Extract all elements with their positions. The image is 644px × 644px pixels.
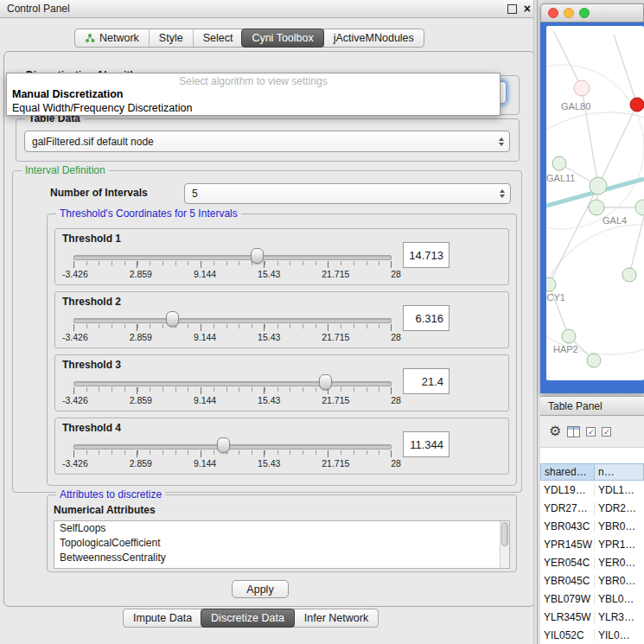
attribute-list-item[interactable]: SelfLoops [54,521,509,536]
table-cell[interactable]: YDR2… [595,502,644,514]
slider-track[interactable] [73,444,392,450]
table-data-combo-value: galFiltered.sif default node [32,136,154,148]
slider-track[interactable] [73,381,392,386]
threshold-slider[interactable] [73,246,392,269]
table-cell[interactable]: YBL079W [540,593,595,605]
table-cell[interactable]: YDL19… [540,484,595,496]
network-view-window: GAL80 GAL11 GAL4 GCY1 HAP2 [540,3,644,393]
slider-thumb[interactable] [319,374,332,390]
graph-node[interactable] [552,156,566,170]
apply-button[interactable]: Apply [232,580,289,598]
tab-network[interactable]: Network [75,29,149,47]
table-row[interactable]: YBR045C YBR0… [540,571,644,590]
zoom-traffic-light-icon[interactable] [579,8,590,18]
dropdown-item-manual-discretization[interactable]: Manual Discretization [7,87,500,101]
graph-node[interactable] [635,200,644,215]
graph-node[interactable] [587,354,601,367]
table-cell[interactable]: YPR145W [540,539,595,551]
table-toolbar: ⚙ ✓ ✓ [540,416,644,448]
network-canvas[interactable]: GAL80 GAL11 GAL4 GCY1 HAP2 [546,26,644,380]
number-of-intervals-combo[interactable]: 5 [184,183,511,204]
slider-thumb[interactable] [217,437,230,453]
table-cell[interactable]: YBR0… [595,575,644,587]
threshold-value-field[interactable]: 21.4 [403,368,450,394]
tab-impute-data[interactable]: Impute Data [124,609,201,627]
tab-infer-network[interactable]: Infer Network [294,609,378,627]
threshold-slider[interactable] [73,309,392,332]
table-cell[interactable]: YDL1… [595,484,644,496]
table-cell[interactable]: YER054C [540,557,595,569]
dropdown-item-equal-width-frequency[interactable]: Equal Width/Frequency Discretization [7,101,500,115]
tab-discretize-data[interactable]: Discretize Data [201,609,295,628]
table-cell[interactable]: YBL0… [595,593,644,605]
control-panel-title: Control Panel [0,3,70,15]
table-cell[interactable]: YBR043C [540,520,595,532]
slider-track[interactable] [73,255,392,260]
table-cell[interactable]: YBR0… [595,520,644,532]
table-row[interactable]: YBL079W YBL0… [540,590,644,608]
panel-divider[interactable] [537,0,538,644]
table-panel-title: Table Panel [548,400,603,412]
tab-cyni-toolbox[interactable]: Cyni Toolbox [241,29,323,48]
table-data-combo[interactable]: galFiltered.sif default node [24,131,510,152]
table-header: shared… n… [540,463,644,481]
float-window-icon[interactable] [507,4,517,14]
slider-thumb[interactable] [166,311,179,327]
table-cell[interactable]: YIL0… [595,629,644,641]
table-cell[interactable]: YLR3… [595,611,644,623]
table-row[interactable]: YIL052C YIL0… [540,626,644,644]
list-scrollbar-thumb[interactable] [501,522,508,546]
threshold-panel: Threshold 3 -3.426 2.859 9.144 15.43 21.… [54,354,509,411]
scale-tick-label: 28 [391,332,401,342]
table-row[interactable]: YER054C YER0… [540,553,644,571]
graph-node[interactable] [546,277,556,291]
thresholds-list: Threshold 1 -3.426 2.859 9.144 15.43 21.… [48,214,516,475]
graph-node[interactable] [589,200,604,215]
attribute-list-item[interactable]: BetweennessCentrality [54,551,509,565]
column-header-name[interactable]: n… [595,463,644,481]
graph-node[interactable] [622,268,636,282]
threshold-value-field[interactable]: 14.713 [403,242,450,268]
select-none-checkbox-icon[interactable]: ✓ [602,427,611,437]
tab-style[interactable]: Style [149,29,193,47]
table-row[interactable]: YLR345W YLR3… [540,608,644,626]
list-scrollbar[interactable] [500,521,509,568]
table-row[interactable]: YPR145W YPR1… [540,535,644,553]
threshold-panel: Threshold 2 -3.426 2.859 9.144 15.43 21.… [54,291,509,348]
slider-thumb[interactable] [251,248,264,264]
graph-node[interactable] [574,80,590,96]
attribute-list-item[interactable]: TopologicalCoefficient [54,536,509,551]
table-cell[interactable]: YER0… [595,557,644,569]
tab-label: Discretize Data [211,612,284,624]
table-cell[interactable]: YLR345W [540,611,595,623]
select-all-checkbox-icon[interactable]: ✓ [586,427,596,437]
slider-scale: -3.426 2.859 9.144 15.43 21.715 28 [62,332,401,342]
table-cell[interactable]: YDR27… [540,502,595,514]
scale-tick-label: 2.859 [130,332,152,342]
network-window-titlebar[interactable] [540,3,644,22]
scale-tick-label: 28 [391,269,401,279]
tab-select[interactable]: Select [193,29,243,47]
table-row[interactable]: YDR27… YDR2… [540,499,644,517]
threshold-slider[interactable] [73,373,392,395]
slider-track[interactable] [73,318,392,323]
table-row[interactable]: YBR043C YBR0… [540,517,644,535]
minimize-traffic-light-icon[interactable] [564,8,574,18]
threshold-slider[interactable] [73,436,392,458]
app-root: Control Panel × Network Style Select [0,0,644,644]
threshold-value-field[interactable]: 6.316 [403,305,450,331]
table-row[interactable]: YDL19… YDL1… [540,481,644,499]
columns-icon[interactable] [567,426,580,437]
graph-node[interactable] [562,329,576,343]
close-traffic-light-icon[interactable] [548,8,558,18]
table-cell[interactable]: YIL052C [540,629,595,641]
gear-icon[interactable]: ⚙ [549,424,561,438]
table-cell[interactable]: YPR1… [595,539,644,551]
graph-node-selected[interactable] [630,98,644,112]
column-header-shared-name[interactable]: shared… [540,463,595,481]
tab-jactivemnodules[interactable]: jActiveMNodules [323,29,424,47]
close-icon[interactable]: × [524,3,531,15]
graph-node[interactable] [590,177,607,194]
threshold-value-field[interactable]: 11.344 [403,431,450,457]
table-cell[interactable]: YBR045C [540,575,595,587]
